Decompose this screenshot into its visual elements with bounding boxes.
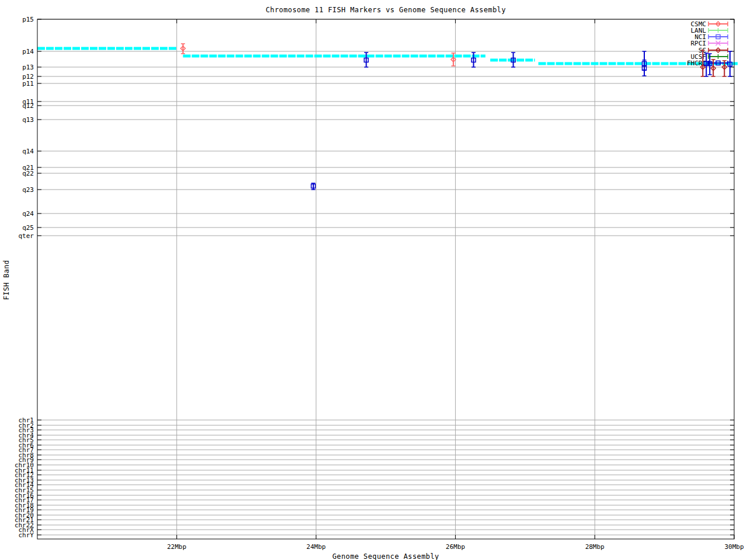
x-tick-label-28Mbp: 28Mbp: [585, 543, 605, 551]
y-tick-label-q23: q23: [22, 186, 34, 194]
y-tick-label-q24: q24: [22, 210, 34, 218]
y-tick-label-p11: p11: [22, 80, 34, 88]
y-tick-label-qter: qter: [19, 232, 34, 240]
x-tick-label-22Mbp: 22Mbp: [167, 543, 186, 551]
chart-canvas: Chromosome 11 FISH Markers vs Genome Seq…: [0, 0, 747, 560]
y-tick-label-p13: p13: [22, 64, 34, 71]
x-tick-label-24Mbp: 24Mbp: [306, 543, 326, 551]
y-tick-label-q12: q12: [22, 102, 34, 110]
plot-border: [37, 19, 734, 539]
y-tick-label-chrY: chrY: [19, 531, 34, 539]
y-tick-label-p14: p14: [22, 48, 34, 55]
y-tick-label-q13: q13: [22, 116, 34, 124]
y-tick-label-q25: q25: [22, 224, 34, 232]
plot-area: p15p14p13p12p11q11q12q13q14q21q22q23q24q…: [0, 0, 747, 560]
legend-marker-LANL: [716, 28, 721, 33]
legend-marker-UCSF: [716, 54, 721, 59]
y-tick-label-q14: q14: [22, 148, 34, 155]
y-tick-label-p15: p15: [22, 16, 34, 23]
x-tick-label-26Mbp: 26Mbp: [446, 543, 465, 551]
y-tick-label-q22: q22: [22, 170, 34, 177]
x-tick-label-30Mbp: 30Mbp: [724, 543, 743, 551]
